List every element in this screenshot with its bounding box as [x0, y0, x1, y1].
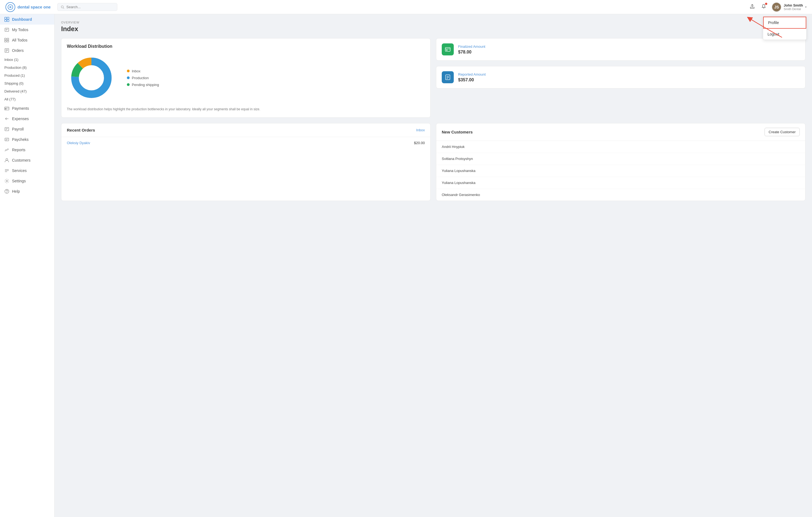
inbox-link[interactable]: Inbox — [416, 128, 425, 132]
sidebar-label-payments: Payments — [12, 106, 29, 111]
svg-rect-6 — [7, 17, 9, 19]
finalized-info: Finalized Amount $78.00 — [458, 45, 485, 55]
share-button[interactable] — [749, 3, 756, 11]
sidebar-label-settings: Settings — [12, 179, 26, 183]
logo-icon — [5, 2, 15, 12]
sidebar-label-all-todos: All Todos — [12, 38, 28, 42]
user-dropdown: Profile Logout — [763, 17, 807, 40]
top-bar: dental space one — [0, 0, 812, 14]
svg-rect-45 — [445, 75, 450, 80]
recent-orders-title: Recent Orders — [67, 128, 95, 133]
sidebar-item-delivered[interactable]: Delivered (47) — [0, 87, 54, 95]
sidebar-item-reports[interactable]: Reports — [0, 145, 54, 155]
top-bar-right: JS John Smith Smith Dental ▾ Profile Log… — [749, 2, 807, 12]
svg-rect-4 — [750, 7, 754, 8]
search-input[interactable] — [66, 5, 114, 9]
svg-point-34 — [6, 180, 8, 182]
svg-point-30 — [6, 159, 8, 161]
sidebar-label-paycheks: Paycheks — [12, 137, 29, 142]
order-amount: $20.00 — [414, 141, 425, 145]
order-link[interactable]: Oleksiy Dyakiv — [67, 141, 90, 145]
customer-row-2: Yuliana Lopushanska — [436, 165, 805, 177]
sidebar-item-produced[interactable]: Produced (1) — [0, 71, 54, 80]
workload-chart — [67, 53, 116, 103]
customer-row-3: Yuliana Lopushanska — [436, 177, 805, 189]
reported-value: $357.00 — [458, 78, 486, 82]
svg-line-3 — [63, 8, 64, 8]
overview-label: OVERVIEW — [61, 21, 806, 24]
profile-menu-item[interactable]: Profile — [763, 17, 806, 29]
sidebar-item-payroll[interactable]: Payroll — [0, 124, 54, 134]
legend-production-label: Production — [132, 76, 149, 80]
new-customers-card: New Customers Create Customer Andrii Hny… — [436, 123, 806, 201]
order-row: Oleksiy Dyakiv $20.00 — [61, 137, 430, 149]
sidebar-item-expenses[interactable]: Expenses — [0, 114, 54, 124]
customer-row-4: Oleksandr Gerasimenko — [436, 189, 805, 201]
avatar: JS — [772, 2, 781, 12]
svg-point-41 — [79, 66, 104, 90]
sidebar-item-all-todos[interactable]: All Todos — [0, 35, 54, 45]
cards-row: Workload Distribution — [61, 38, 806, 118]
user-name: John Smith — [784, 3, 803, 7]
sidebar-item-orders[interactable]: Orders — [0, 45, 54, 56]
pending-dot — [127, 83, 129, 86]
reported-title[interactable]: Reported Amount — [458, 72, 486, 77]
sidebar-item-inbox[interactable]: Inbox (1) — [0, 56, 54, 64]
sidebar-item-customers[interactable]: Customers — [0, 155, 54, 165]
expenses-icon — [4, 116, 9, 121]
all-todos-icon — [4, 38, 9, 42]
svg-rect-27 — [5, 138, 9, 141]
legend-pending: Pending shipping — [127, 83, 159, 87]
settings-icon — [4, 178, 9, 183]
user-area[interactable]: JS John Smith Smith Dental ▾ — [772, 2, 807, 12]
create-customer-button[interactable]: Create Customer — [764, 128, 800, 136]
new-customers-title: New Customers — [442, 130, 472, 134]
sidebar: Dashboard My Todos All Todos — [0, 14, 55, 517]
sidebar-item-my-todos[interactable]: My Todos — [0, 25, 54, 35]
svg-rect-8 — [7, 20, 9, 22]
sidebar-label-dashboard: Dashboard — [12, 17, 32, 22]
sidebar-item-dashboard[interactable]: Dashboard — [0, 14, 54, 25]
sidebar-item-production[interactable]: Production (8) — [0, 64, 54, 71]
notification-area — [760, 3, 767, 11]
sidebar-item-settings[interactable]: Settings — [0, 176, 54, 186]
svg-rect-13 — [5, 40, 6, 42]
user-info: John Smith Smith Dental — [784, 3, 803, 11]
sidebar-label-my-todos: My Todos — [12, 28, 28, 32]
svg-rect-22 — [5, 109, 6, 109]
customer-row-1: Svitlana Protsyshyn — [436, 153, 805, 165]
chevron-down-icon: ▾ — [805, 5, 807, 8]
sidebar-label-help: Help — [12, 189, 20, 194]
recent-orders-header: Recent Orders Inbox — [61, 123, 430, 137]
app-layout: dental space one — [0, 0, 812, 517]
sidebar-item-shipping[interactable]: Shipping (0) — [0, 80, 54, 87]
help-icon — [4, 189, 9, 194]
sidebar-item-all[interactable]: All (77) — [0, 95, 54, 103]
svg-rect-44 — [446, 50, 447, 51]
sidebar-item-payments[interactable]: Payments — [0, 103, 54, 114]
sidebar-item-services[interactable]: Services — [0, 165, 54, 176]
sidebar-item-paycheks[interactable]: Paycheks — [0, 134, 54, 145]
page-title: Index — [61, 25, 806, 33]
sidebar-item-help[interactable]: Help — [0, 186, 54, 197]
inbox-dot — [127, 69, 129, 72]
svg-rect-12 — [5, 38, 6, 40]
svg-point-36 — [6, 192, 7, 193]
paycheks-icon — [4, 137, 9, 142]
finalized-value: $78.00 — [458, 50, 485, 55]
bottom-row: Recent Orders Inbox Oleksiy Dyakiv $20.0… — [61, 123, 806, 201]
legend-inbox: Inbox — [127, 69, 159, 73]
svg-rect-24 — [5, 127, 9, 131]
finalized-title[interactable]: Finalized Amount — [458, 45, 485, 49]
new-customers-header: New Customers Create Customer — [436, 123, 805, 141]
chart-legend: Inbox Production Pending shipping — [127, 69, 159, 87]
legend-pending-label: Pending shipping — [132, 83, 159, 87]
sidebar-label-expenses: Expenses — [12, 117, 29, 121]
logout-menu-item[interactable]: Logout — [763, 29, 806, 39]
finalized-stat-card: Finalized Amount $78.00 — [436, 38, 806, 61]
services-icon — [4, 168, 9, 173]
main-area: Dashboard My Todos All Todos — [0, 14, 812, 517]
production-dot — [127, 77, 129, 79]
reported-info: Reported Amount $357.00 — [458, 72, 486, 82]
customers-icon — [4, 158, 9, 163]
